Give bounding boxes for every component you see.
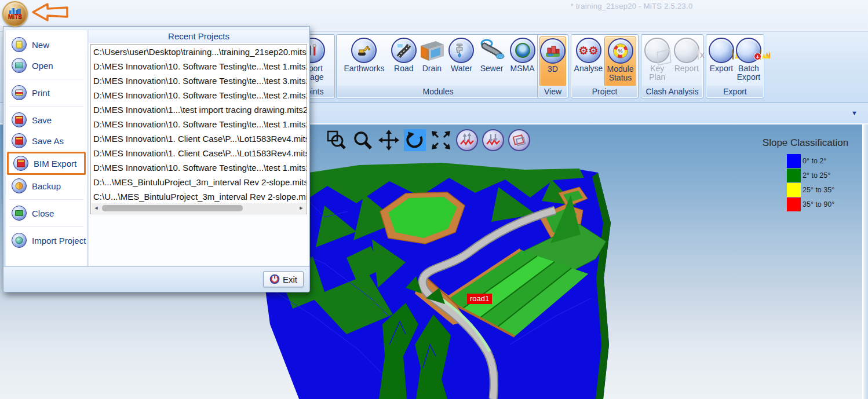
window-title: * training_21sep20 - MiTS 2.5.23.0	[539, 2, 724, 10]
annotation-arrow-icon	[30, 1, 71, 24]
drain-button[interactable]: Drain	[418, 36, 446, 86]
recent-project-item[interactable]: D:\MES Innovation\1. Client Case\P...\Lo…	[91, 146, 307, 160]
menu-item-save-as[interactable]: Save As	[7, 131, 86, 151]
recent-project-item[interactable]: D:\...\MES_BintuluProject_3m_interval Re…	[91, 175, 307, 189]
open-folder-icon	[12, 58, 27, 73]
menu-item-list: New Open Print Save Save As BIM	[5, 30, 87, 266]
app-logo-text: MiTS	[8, 14, 22, 20]
gears-icon: ⚙⚙	[576, 38, 601, 63]
module-status-button[interactable]: Module Status	[604, 36, 636, 86]
terrain-up-icon[interactable]	[456, 129, 478, 151]
earthworks-button[interactable]: Earthworks	[338, 36, 390, 86]
sewer-button[interactable]: Sewer	[477, 36, 506, 86]
application-menu: New Open Print Save Save As BIM	[3, 26, 310, 292]
batch-export-folder-icon: +	[736, 38, 761, 63]
right-panel-edge	[862, 125, 868, 399]
exit-button[interactable]: Exit	[263, 271, 304, 287]
road-label: road1	[467, 294, 492, 304]
legend-swatch-blue	[787, 154, 801, 168]
road-button[interactable]: Road	[391, 36, 417, 86]
terrain-down-icon[interactable]	[482, 129, 504, 151]
scroll-right-arrow-icon[interactable]: ►	[297, 203, 306, 213]
recent-project-item[interactable]: D:\MES Innovation\1...\test import traci…	[91, 103, 307, 117]
view-3d-button[interactable]: 3D	[539, 36, 566, 86]
ribbon-group-title: Project	[572, 86, 637, 97]
ribbon-group-export: Export + Batch Export Export	[706, 34, 764, 98]
msma-button[interactable]: MSMA	[507, 36, 538, 86]
report-button[interactable]: Report	[672, 36, 701, 86]
viewport-toolbar	[326, 129, 530, 151]
menu-item-import-project[interactable]: Import Project	[7, 230, 86, 250]
recent-projects-panel: Recent Projects C:\Users\user\Desktop\tr…	[88, 30, 309, 266]
report-icon	[674, 38, 699, 63]
status-pie-icon	[608, 38, 633, 64]
batch-export-button[interactable]: + Batch Export	[735, 36, 762, 86]
menu-separator	[9, 199, 83, 200]
recent-project-item[interactable]: C:\Users\user\Desktop\training...\traini…	[91, 45, 307, 59]
new-document-icon	[12, 37, 27, 52]
export-button[interactable]: Export	[708, 36, 735, 86]
menu-item-bim-export[interactable]: BIM Export	[7, 152, 86, 175]
menu-separator	[9, 226, 83, 227]
ribbon-group-title: Clash Analysis	[642, 86, 702, 97]
legend-title: Slope Classification	[753, 137, 858, 149]
application-window: * training_21sep20 - MiTS 2.5.23.0 mport…	[0, 0, 868, 399]
recent-project-item[interactable]: D:\MES Innovation\10. Software Testing\t…	[91, 117, 307, 131]
zoom-extents-icon[interactable]	[430, 129, 452, 151]
save-as-icon	[12, 133, 27, 148]
horizontal-scrollbar[interactable]: ◄ ►	[92, 203, 306, 213]
close-icon	[12, 206, 27, 221]
recent-project-item[interactable]: D:\MES Innovation\10. Software Testing\t…	[91, 88, 307, 103]
recent-project-item[interactable]: D:\MES Innovation\10. Software Testing\t…	[91, 160, 307, 175]
menu-item-save[interactable]: Save	[7, 110, 86, 130]
menu-item-print[interactable]: Print	[7, 83, 86, 103]
sewer-icon	[479, 38, 505, 63]
bim-export-icon	[13, 156, 28, 171]
pan-icon[interactable]	[378, 129, 400, 151]
key-plan-button[interactable]: Key Plan	[643, 36, 672, 86]
slope-legend: Slope Classification 0° to 2° 2° to 25° …	[753, 137, 858, 211]
rotate-icon[interactable]	[404, 129, 426, 151]
earthworks-icon	[351, 38, 377, 63]
analyse-button[interactable]: ⚙⚙ Analyse	[573, 36, 604, 86]
city-skyline-icon	[9, 8, 21, 14]
scrollbar-thumb[interactable]	[102, 205, 243, 211]
zoom-window-icon[interactable]	[326, 129, 348, 151]
ribbon-group-view: 3D View	[537, 34, 568, 98]
power-icon	[269, 274, 280, 284]
ribbon-group-title: Export	[707, 86, 763, 97]
key-plan-icon	[644, 38, 670, 63]
menu-item-open[interactable]: Open	[7, 56, 86, 75]
ribbon-group-title: View	[538, 86, 567, 97]
recent-project-item[interactable]: D:\MES Innovation\10. Software Testing\t…	[91, 59, 307, 74]
save-icon	[12, 112, 27, 127]
ribbon-group-project: ⚙⚙ Analyse Module Status Project	[571, 34, 639, 98]
ribbon-group-modules: Earthworks Road Drain	[336, 34, 540, 98]
export-folder-icon	[709, 38, 734, 63]
backup-icon	[12, 178, 27, 193]
chevron-down-icon[interactable]: ▼	[851, 109, 858, 116]
recent-project-item[interactable]: D:\MES Innovation\1. Client Case\P...\Lo…	[91, 131, 307, 146]
menu-separator	[9, 79, 83, 79]
legend-entry: 0° to 2°	[787, 153, 858, 168]
ribbon-group-title: Modules	[337, 86, 539, 97]
menu-item-backup[interactable]: Backup	[7, 176, 86, 196]
scroll-left-arrow-icon[interactable]: ◄	[92, 203, 101, 213]
water-button[interactable]: Water	[447, 36, 476, 86]
legend-swatch-green	[787, 169, 801, 182]
zoom-icon[interactable]	[352, 129, 374, 151]
menu-item-new[interactable]: New	[7, 35, 86, 54]
menu-item-close[interactable]: Close	[7, 203, 86, 223]
road-icon	[391, 38, 417, 63]
menu-footer: Exit	[3, 266, 309, 292]
recent-project-item[interactable]: C:\U...\MES_BintuluProject_3m_interval R…	[91, 189, 307, 204]
legend-entry: 2° to 25°	[787, 168, 858, 182]
key-plan-view-icon[interactable]	[508, 129, 530, 151]
legend-entry: 35° to 90°	[787, 197, 858, 211]
printer-icon	[12, 85, 27, 100]
application-menu-button[interactable]: MiTS	[2, 1, 28, 27]
recent-projects-list: C:\Users\user\Desktop\training...\traini…	[90, 44, 307, 214]
scrollbar-track[interactable]	[101, 203, 297, 213]
legend-swatch-red	[787, 197, 801, 211]
recent-project-item[interactable]: D:\MES Innovation\10. Software Testing\t…	[91, 74, 307, 88]
